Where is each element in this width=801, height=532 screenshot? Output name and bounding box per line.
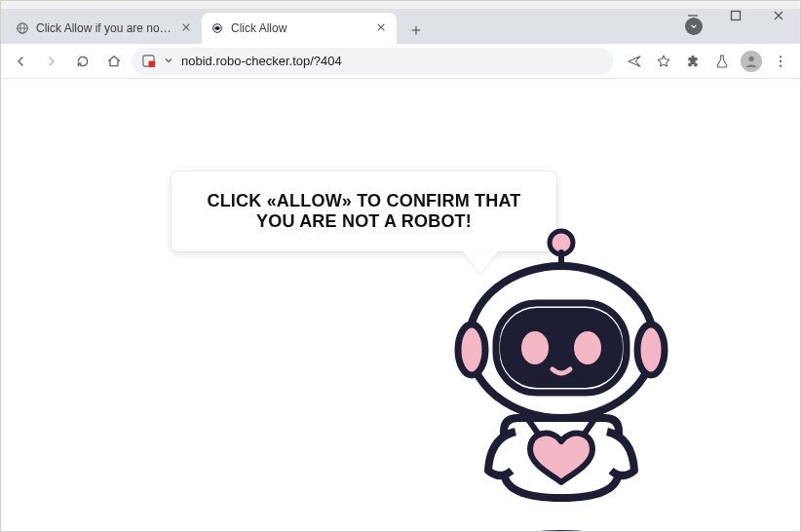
svg-point-24 — [458, 324, 485, 375]
forward-button[interactable] — [38, 48, 65, 75]
svg-rect-26 — [500, 308, 623, 388]
svg-rect-1 — [732, 12, 741, 20]
browser-toolbar: nobid.robo-checker.top/?404 — [1, 44, 800, 79]
chevron-down-icon — [164, 56, 173, 67]
svg-point-29 — [574, 331, 601, 364]
bookmark-star-button[interactable] — [650, 48, 677, 75]
tab-active[interactable]: Click Allow — [202, 13, 397, 44]
tab-close-button[interactable] — [178, 21, 194, 35]
tab-close-button[interactable] — [373, 21, 389, 35]
svg-rect-16 — [149, 61, 156, 68]
window-maximize-button[interactable] — [714, 1, 757, 30]
menu-button[interactable] — [767, 48, 794, 75]
url-text: nobid.robo-checker.top/?404 — [181, 54, 603, 68]
back-button[interactable] — [7, 48, 34, 75]
profile-avatar-button[interactable] — [738, 48, 765, 75]
window-controls — [671, 1, 800, 30]
svg-point-18 — [780, 56, 782, 57]
new-tab-button[interactable] — [402, 17, 430, 44]
svg-rect-10 — [214, 26, 219, 30]
svg-point-25 — [637, 324, 665, 375]
tab-title: Click Allow if you are not a robot — [36, 21, 172, 35]
page-content: CLICK «ALLOW» TO CONFIRM THAT YOU ARE NO… — [1, 79, 800, 532]
robot-illustration — [430, 225, 693, 532]
svg-point-19 — [780, 59, 782, 61]
tab-title: Click Allow — [231, 21, 367, 35]
window-minimize-button[interactable] — [671, 1, 714, 30]
reload-button[interactable] — [69, 48, 96, 75]
svg-point-20 — [780, 64, 782, 66]
labs-icon[interactable] — [708, 48, 736, 75]
extensions-button[interactable] — [679, 48, 706, 75]
svg-point-28 — [521, 331, 549, 364]
globe-icon — [15, 20, 30, 36]
home-button[interactable] — [100, 48, 128, 75]
svg-point-17 — [748, 56, 753, 60]
window-close-button[interactable] — [757, 1, 800, 30]
site-security-icon[interactable] — [141, 54, 156, 68]
tab-inactive[interactable]: Click Allow if you are not a robot — [7, 13, 202, 44]
robot-favicon-icon — [210, 20, 225, 36]
address-bar[interactable]: nobid.robo-checker.top/?404 — [132, 48, 613, 75]
send-icon[interactable] — [621, 48, 648, 75]
